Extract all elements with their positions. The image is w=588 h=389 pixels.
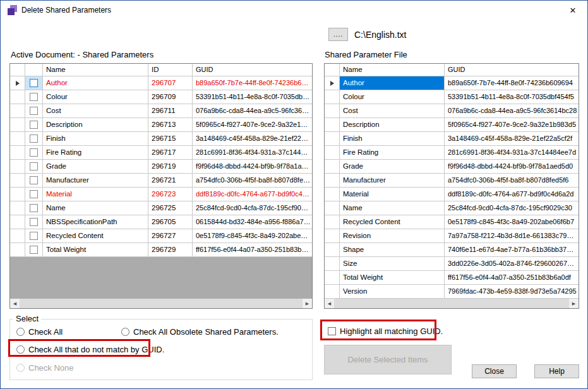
- table-row[interactable]: Material 296723 ddf8189c-d0fc-4764-a677-…: [10, 188, 312, 201]
- scroll-right-arrow-icon[interactable]: ▶: [569, 299, 579, 308]
- param-name-cell[interactable]: Recycled Content: [43, 229, 148, 243]
- param-guid-cell[interactable]: 53391b51-4b11-4e8a-8c0f-7035dbf454f5: [193, 90, 312, 104]
- column-header-id[interactable]: ID: [148, 64, 193, 76]
- column-header-guid[interactable]: GUID: [445, 64, 579, 76]
- scrollbar-thumb[interactable]: [334, 299, 569, 308]
- column-header-name[interactable]: Name: [340, 64, 445, 76]
- table-row[interactable]: Description 5f0965c4-f927-407e-9ce2-9a32…: [325, 118, 579, 132]
- param-name-cell[interactable]: Shape: [340, 243, 445, 257]
- param-id-cell[interactable]: 296723: [148, 188, 193, 201]
- param-guid-cell[interactable]: 0615844d-bd32-484e-a956-f886a7e3f...: [193, 215, 312, 229]
- param-id-cell[interactable]: 296705: [148, 215, 193, 229]
- scroll-right-arrow-icon[interactable]: ▶: [303, 299, 312, 308]
- param-guid-cell[interactable]: 25c84fcd-9cd0-4cfa-87dc-195cf9029c30: [445, 201, 579, 215]
- row-select-checkbox[interactable]: [25, 229, 43, 243]
- param-name-cell[interactable]: Name: [340, 201, 445, 215]
- param-guid-cell[interactable]: ddf8189c-d0fc-4764-a677-bd9f0c4d6a2d: [193, 188, 312, 201]
- row-select-checkbox[interactable]: [25, 160, 43, 174]
- param-name-cell[interactable]: Author: [340, 76, 445, 90]
- param-id-cell[interactable]: 296709: [148, 90, 193, 104]
- param-guid-cell[interactable]: 3a148469-c45f-458a-829e-21ef22a5cf2f: [445, 132, 579, 146]
- table-row[interactable]: Grade f9f96d48-dbbd-4424-bf9b-9f78a1aed5…: [325, 160, 579, 174]
- param-guid-cell[interactable]: ddf8189c-d0fc-4764-a677-bd9f0c4d6a2d: [445, 188, 579, 201]
- table-row[interactable]: Author 296707 b89a650f-7b7e-44ff-8e0f-74…: [10, 76, 312, 90]
- column-header-guid[interactable]: GUID: [193, 64, 312, 76]
- param-id-cell[interactable]: 296725: [148, 201, 193, 215]
- param-guid-cell[interactable]: f9f96d48-dbbd-4424-bf9b-9f78a1aed5d0: [445, 160, 579, 174]
- param-guid-cell[interactable]: 3a148469-c45f-458a-829e-21ef22a5cf2f: [193, 132, 312, 146]
- param-guid-cell[interactable]: b89a650f-7b7e-44ff-8e0f-74236b609694: [445, 76, 579, 90]
- param-id-cell[interactable]: 296717: [148, 146, 193, 160]
- param-guid-cell[interactable]: 076a9b6c-cda8-44ea-a9c5-96fc3614bc28: [445, 104, 579, 118]
- row-select-checkbox[interactable]: [25, 132, 43, 146]
- table-row[interactable]: Fire Rating 281c6991-8f36-4f34-931a-37c1…: [325, 146, 579, 160]
- param-name-cell[interactable]: Author: [43, 76, 148, 90]
- row-select-checkbox[interactable]: [25, 215, 43, 229]
- param-guid-cell[interactable]: 0e5178f9-c845-4f3c-8a49-202abe06f6b7: [193, 229, 312, 243]
- close-icon[interactable]: ✕: [558, 1, 587, 20]
- column-header-name[interactable]: Name: [43, 64, 148, 76]
- table-row[interactable]: NBSSpecificationPath 296705 0615844d-bd3…: [10, 215, 312, 229]
- table-row[interactable]: Author b89a650f-7b7e-44ff-8e0f-74236b609…: [325, 76, 579, 90]
- row-select-checkbox[interactable]: [25, 146, 43, 160]
- param-guid-cell[interactable]: 3dd0226e-3d05-402a-8746-f296002671e6: [445, 257, 579, 271]
- param-name-cell[interactable]: Finish: [340, 132, 445, 146]
- table-row[interactable]: Shape 740f6e11-e67d-4ae7-b77a-61b36bb37b…: [325, 243, 579, 257]
- param-id-cell[interactable]: 296721: [148, 174, 193, 188]
- row-select-checkbox[interactable]: [25, 243, 43, 257]
- table-row[interactable]: Recycled Content 296727 0e5178f9-c845-4f…: [10, 229, 312, 243]
- param-name-cell[interactable]: Total Weight: [43, 243, 148, 257]
- param-guid-cell[interactable]: 5f0965c4-f927-407e-9ce2-9a32e1b983d5: [193, 118, 312, 132]
- radio-check-all[interactable]: Check All: [16, 327, 63, 337]
- table-row[interactable]: Version 7969fdac-473b-4e59-838f-9d73e5a7…: [325, 285, 579, 299]
- param-id-cell[interactable]: 296727: [148, 229, 193, 243]
- param-name-cell[interactable]: Size: [340, 257, 445, 271]
- param-id-cell[interactable]: 296715: [148, 132, 193, 146]
- help-button[interactable]: Help: [534, 364, 579, 378]
- param-id-cell[interactable]: 296719: [148, 160, 193, 174]
- horizontal-scrollbar[interactable]: ◀ ▶: [10, 299, 312, 308]
- param-name-cell[interactable]: Description: [340, 118, 445, 132]
- scrollbar-thumb[interactable]: [20, 299, 303, 308]
- param-guid-cell[interactable]: 0e5178f9-c845-4f3c-8a49-202abe06f6b7: [445, 215, 579, 229]
- table-row[interactable]: Colour 53391b51-4b11-4e8a-8c0f-7035dbf45…: [325, 90, 579, 104]
- param-name-cell[interactable]: Description: [43, 118, 148, 132]
- param-guid-cell[interactable]: f9f96d48-dbbd-4424-bf9b-9f78a1aed5d0: [193, 160, 312, 174]
- horizontal-scrollbar[interactable]: ◀ ▶: [325, 299, 579, 308]
- param-id-cell[interactable]: 296713: [148, 118, 193, 132]
- param-guid-cell[interactable]: 7a97a758-f212-4b3d-8d1e-661383c79e4d: [445, 229, 579, 243]
- delete-selected-items-button[interactable]: Delete Selected Items: [324, 345, 452, 374]
- close-button[interactable]: Close: [472, 364, 517, 378]
- param-guid-cell[interactable]: ff617f56-e0f4-4a07-a350-251b83b6a0df: [193, 243, 312, 257]
- radio-check-all-obsolete[interactable]: Check All Obsolete Shared Parameters.: [121, 327, 279, 337]
- table-row[interactable]: Cost 076a9b6c-cda8-44ea-a9c5-96fc3614bc2…: [325, 104, 579, 118]
- param-guid-cell[interactable]: 281c6991-8f36-4f34-931a-37c14484ee7d: [445, 146, 579, 160]
- param-name-cell[interactable]: Material: [43, 188, 148, 201]
- param-id-cell[interactable]: 296711: [148, 104, 193, 118]
- param-name-cell[interactable]: Fire Rating: [340, 146, 445, 160]
- param-guid-cell[interactable]: a754dfc0-306b-4f5f-ba8f-b807d8fed5f6: [193, 174, 312, 188]
- param-name-cell[interactable]: Manufacturer: [340, 174, 445, 188]
- table-row[interactable]: Total Weight 296729 ff617f56-e0f4-4a07-a…: [10, 243, 312, 257]
- param-name-cell[interactable]: Grade: [43, 160, 148, 174]
- param-id-cell[interactable]: 296729: [148, 243, 193, 257]
- table-row[interactable]: Size 3dd0226e-3d05-402a-8746-f296002671e…: [325, 257, 579, 271]
- param-guid-cell[interactable]: 281c6991-8f36-4f34-931a-37c14484ee7d: [193, 146, 312, 160]
- row-select-checkbox[interactable]: [25, 104, 43, 118]
- param-name-cell[interactable]: Material: [340, 188, 445, 201]
- table-row[interactable]: Material ddf8189c-d0fc-4764-a677-bd9f0c4…: [325, 188, 579, 201]
- browse-button[interactable]: ....: [328, 28, 348, 41]
- param-name-cell[interactable]: Cost: [340, 104, 445, 118]
- param-guid-cell[interactable]: a754dfc0-306b-4f5f-ba8f-b807d8fed5f6: [445, 174, 579, 188]
- param-guid-cell[interactable]: 53391b51-4b11-4e8a-8c0f-7035dbf454f5: [445, 90, 579, 104]
- param-guid-cell[interactable]: 5f0965c4-f927-407e-9ce2-9a32e1b983d5: [445, 118, 579, 132]
- table-row[interactable]: Description 296713 5f0965c4-f927-407e-9c…: [10, 118, 312, 132]
- row-select-checkbox[interactable]: [25, 174, 43, 188]
- table-row[interactable]: Manufacturer a754dfc0-306b-4f5f-ba8f-b80…: [325, 174, 579, 188]
- param-guid-cell[interactable]: 076a9b6c-cda8-44ea-a9c5-96fc3614bc28: [193, 104, 312, 118]
- param-guid-cell[interactable]: 7969fdac-473b-4e59-838f-9d73e5a74295: [445, 285, 579, 299]
- checkbox-column-header[interactable]: [25, 64, 43, 76]
- param-name-cell[interactable]: Name: [43, 201, 148, 215]
- table-row[interactable]: Colour 296709 53391b51-4b11-4e8a-8c0f-70…: [10, 90, 312, 104]
- param-name-cell[interactable]: Colour: [43, 90, 148, 104]
